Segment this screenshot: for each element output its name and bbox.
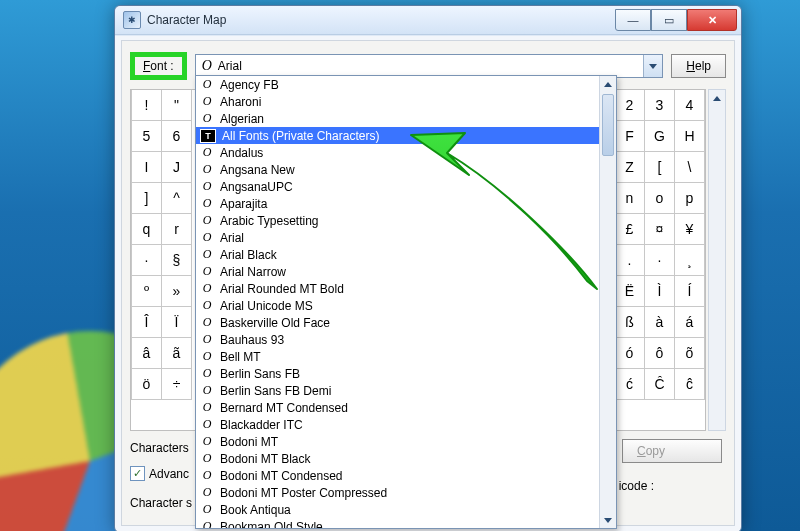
font-type-icon: O — [200, 315, 214, 330]
font-option[interactable]: OArial Black — [196, 246, 600, 263]
char-cell[interactable]: H — [675, 121, 705, 152]
char-cell[interactable]: ] — [132, 183, 162, 214]
font-option[interactable]: OArabic Typesetting — [196, 212, 600, 229]
font-option[interactable]: OBook Antiqua — [196, 501, 600, 518]
char-cell[interactable]: ÷ — [162, 369, 192, 400]
font-option[interactable]: OAgency FB — [196, 76, 600, 93]
close-button[interactable]: ✕ — [687, 9, 737, 31]
char-cell[interactable]: ô — [645, 338, 675, 369]
char-cell[interactable]: ^ — [162, 183, 192, 214]
font-option[interactable]: OAndalus — [196, 144, 600, 161]
scroll-up-icon[interactable] — [709, 90, 725, 106]
font-option[interactable]: OArial — [196, 229, 600, 246]
font-option[interactable]: OBodoni MT Poster Compressed — [196, 484, 600, 501]
font-option[interactable]: OAngsanaUPC — [196, 178, 600, 195]
char-cell[interactable]: o — [645, 183, 675, 214]
font-option[interactable]: OBlackadder ITC — [196, 416, 600, 433]
char-cell[interactable]: Z — [615, 152, 645, 183]
char-cell[interactable]: · — [645, 245, 675, 276]
char-cell[interactable]: 3 — [645, 90, 675, 121]
font-option[interactable]: OBaskerville Old Face — [196, 314, 600, 331]
font-option[interactable]: OAngsana New — [196, 161, 600, 178]
char-cell[interactable]: â — [132, 338, 162, 369]
dropdown-scrollbar[interactable] — [599, 76, 616, 528]
char-cell[interactable]: Î — [132, 307, 162, 338]
char-cell[interactable]: ¥ — [675, 214, 705, 245]
char-cell[interactable]: ã — [162, 338, 192, 369]
char-cell[interactable]: Ë — [615, 276, 645, 307]
copy-button[interactable]: Copy — [622, 439, 722, 463]
font-option-label: Arial Black — [220, 248, 277, 262]
char-cell[interactable]: ! — [132, 90, 162, 121]
font-option[interactable]: OBauhaus 93 — [196, 331, 600, 348]
advanced-view-checkbox[interactable] — [130, 466, 145, 481]
font-option[interactable]: OArial Unicode MS — [196, 297, 600, 314]
char-cell[interactable]: ß — [615, 307, 645, 338]
scroll-down-icon[interactable] — [600, 512, 616, 528]
font-dropdown-button[interactable] — [643, 55, 662, 77]
char-cell[interactable]: Í — [675, 276, 705, 307]
char-cell[interactable]: 6 — [162, 121, 192, 152]
char-cell[interactable]: \ — [675, 152, 705, 183]
char-cell[interactable]: à — [645, 307, 675, 338]
font-type-icon: O — [200, 332, 214, 347]
char-cell[interactable]: J — [162, 152, 192, 183]
char-cell[interactable]: [ — [645, 152, 675, 183]
help-button[interactable]: Help — [671, 54, 726, 78]
char-cell[interactable]: 5 — [132, 121, 162, 152]
char-cell[interactable]: á — [675, 307, 705, 338]
char-cell[interactable]: q — [132, 214, 162, 245]
char-cell[interactable]: n — [615, 183, 645, 214]
char-cell[interactable]: ć — [615, 369, 645, 400]
font-option[interactable]: OArial Rounded MT Bold — [196, 280, 600, 297]
char-cell[interactable]: ö — [132, 369, 162, 400]
char-cell[interactable]: £ — [615, 214, 645, 245]
char-cell[interactable]: ĉ — [675, 369, 705, 400]
font-option[interactable]: OBerlin Sans FB Demi — [196, 382, 600, 399]
char-cell[interactable]: F — [615, 121, 645, 152]
font-option[interactable]: OArial Narrow — [196, 263, 600, 280]
font-option[interactable]: OBernard MT Condensed — [196, 399, 600, 416]
char-cell[interactable]: ¸ — [675, 245, 705, 276]
char-cell[interactable]: · — [132, 245, 162, 276]
scrollbar-thumb[interactable] — [602, 94, 614, 156]
char-cell[interactable]: 4 — [675, 90, 705, 121]
titlebar[interactable]: ✱ Character Map — ▭ ✕ — [115, 6, 741, 35]
char-cell[interactable]: º — [132, 276, 162, 307]
font-type-icon: O — [200, 94, 214, 109]
minimize-button[interactable]: — — [615, 9, 651, 31]
char-cell[interactable]: " — [162, 90, 192, 121]
font-option[interactable]: OBodoni MT Condensed — [196, 467, 600, 484]
font-option-label: Andalus — [220, 146, 263, 160]
font-option[interactable]: OAharoni — [196, 93, 600, 110]
char-cell[interactable]: Ì — [645, 276, 675, 307]
font-option[interactable]: OBerlin Sans FB — [196, 365, 600, 382]
char-cell[interactable]: p — [675, 183, 705, 214]
font-option[interactable]: OAparajita — [196, 195, 600, 212]
scroll-up-icon[interactable] — [600, 76, 616, 92]
font-option[interactable]: OBell MT — [196, 348, 600, 365]
char-cell[interactable]: § — [162, 245, 192, 276]
font-option[interactable]: OBodoni MT — [196, 433, 600, 450]
char-cell[interactable]: 2 — [615, 90, 645, 121]
font-option-label: Bell MT — [220, 350, 261, 364]
font-option[interactable]: OBookman Old Style — [196, 518, 600, 528]
char-cell[interactable]: ó — [615, 338, 645, 369]
font-option[interactable]: OAlgerian — [196, 110, 600, 127]
font-option-label: Book Antiqua — [220, 503, 291, 517]
char-cell[interactable]: ¤ — [645, 214, 675, 245]
font-option[interactable]: OBodoni MT Black — [196, 450, 600, 467]
char-cell[interactable]: G — [645, 121, 675, 152]
font-option[interactable]: TAll Fonts (Private Characters) — [196, 127, 600, 144]
maximize-button[interactable]: ▭ — [651, 9, 687, 31]
font-type-icon: O — [200, 247, 214, 262]
char-cell[interactable]: . — [615, 245, 645, 276]
char-cell[interactable]: Ï — [162, 307, 192, 338]
char-cell[interactable]: õ — [675, 338, 705, 369]
char-cell[interactable]: Ĉ — [645, 369, 675, 400]
char-cell[interactable]: » — [162, 276, 192, 307]
grid-scrollbar[interactable] — [708, 89, 726, 431]
font-dropdown-list[interactable]: OAgency FBOAharoniOAlgerianTAll Fonts (P… — [195, 75, 617, 529]
char-cell[interactable]: I — [132, 152, 162, 183]
char-cell[interactable]: r — [162, 214, 192, 245]
